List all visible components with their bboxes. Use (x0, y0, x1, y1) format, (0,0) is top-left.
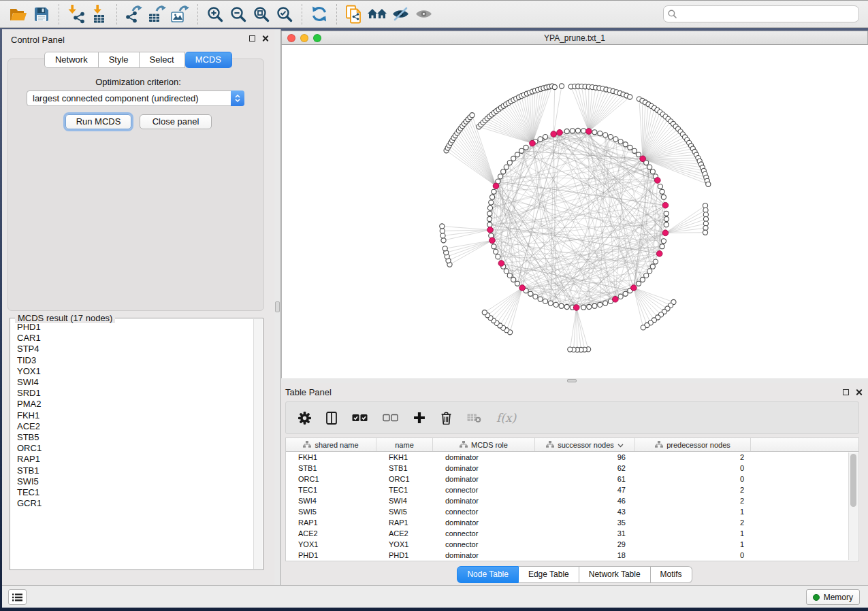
ring-node[interactable] (543, 135, 548, 139)
mcds-result-item[interactable]: STB1 (17, 465, 253, 476)
sort-chevron-down-icon[interactable] (617, 441, 624, 449)
task-history-button[interactable] (8, 589, 27, 605)
ring-node[interactable] (653, 259, 658, 264)
ring-node[interactable] (498, 174, 503, 179)
ring-node[interactable] (587, 304, 592, 309)
gear-icon[interactable] (298, 412, 311, 425)
ring-node[interactable] (628, 145, 632, 150)
satellite-node[interactable] (628, 95, 632, 99)
duplicate-network-icon[interactable] (342, 3, 366, 25)
mcds-hub-node[interactable] (557, 130, 563, 136)
hide-selected-icon[interactable] (389, 3, 412, 25)
first-neighbors-icon[interactable] (366, 3, 389, 25)
export-table-icon[interactable] (146, 3, 169, 25)
mcds-hub-node[interactable] (498, 261, 504, 267)
ring-node[interactable] (664, 211, 669, 216)
ring-node[interactable] (613, 137, 618, 142)
ring-node[interactable] (608, 135, 613, 139)
mcds-result-item[interactable]: PMA2 (17, 399, 253, 410)
search-field[interactable] (663, 5, 859, 22)
ring-node[interactable] (524, 145, 528, 150)
ring-node[interactable] (623, 291, 628, 296)
tab-network[interactable]: Network (44, 52, 99, 68)
network-window-titlebar[interactable]: YPA_prune.txt_1 (281, 31, 868, 45)
ring-node[interactable] (661, 239, 666, 244)
refresh-icon[interactable] (308, 3, 331, 25)
ring-node[interactable] (504, 165, 509, 169)
ring-node[interactable] (492, 189, 496, 194)
search-input[interactable] (680, 10, 854, 19)
table-row[interactable]: RAP1RAP1dominator352 (286, 517, 858, 528)
export-image-icon[interactable] (169, 3, 192, 25)
ring-node[interactable] (623, 142, 628, 147)
ring-node[interactable] (658, 184, 662, 189)
mcds-result-item[interactable]: TEC1 (17, 487, 253, 498)
column-header-predecessor-nodes[interactable]: predecessor nodes (635, 438, 751, 451)
deselect-all-icon[interactable] (383, 414, 398, 422)
satellite-node[interactable] (440, 233, 445, 238)
satellite-node[interactable] (559, 84, 564, 88)
ring-node[interactable] (650, 169, 655, 174)
export-network-icon[interactable] (123, 3, 146, 25)
ring-node[interactable] (640, 277, 645, 282)
ring-node[interactable] (592, 130, 597, 135)
ring-node[interactable] (548, 301, 553, 306)
float-panel-icon[interactable] (249, 35, 255, 42)
ring-node[interactable] (490, 195, 495, 199)
run-mcds-button[interactable]: Run MCDS (65, 114, 131, 129)
tab-edge-table[interactable]: Edge Table (519, 566, 579, 583)
satellite-node[interactable] (441, 238, 446, 243)
ring-node[interactable] (501, 169, 506, 174)
tab-motifs[interactable]: Motifs (651, 566, 692, 583)
table-row[interactable]: YOX1YOX1connector291 (286, 539, 858, 550)
column-header-MCDS-role[interactable]: MCDS role (433, 438, 535, 451)
ring-node[interactable] (496, 254, 500, 259)
mcds-hub-node[interactable] (613, 297, 619, 303)
ring-node[interactable] (603, 133, 608, 137)
table-row[interactable]: STB1STB1dominator620 (286, 463, 858, 474)
ring-node[interactable] (592, 303, 597, 308)
ring-node[interactable] (487, 205, 492, 210)
import-network-icon[interactable] (65, 3, 88, 25)
ring-node[interactable] (487, 211, 492, 216)
ring-node[interactable] (661, 195, 666, 199)
ring-node[interactable] (664, 216, 669, 221)
trash-icon[interactable] (440, 412, 452, 425)
ring-node[interactable] (515, 281, 519, 286)
mcds-hub-node[interactable] (551, 131, 557, 137)
network-graph[interactable] (282, 45, 867, 378)
ring-node[interactable] (647, 269, 652, 274)
select-all-icon[interactable] (352, 414, 368, 422)
show-all-icon[interactable] (412, 3, 435, 25)
satellite-node[interactable] (641, 325, 645, 330)
ring-node[interactable] (511, 277, 516, 282)
mcds-result-item[interactable]: SRD1 (17, 388, 253, 399)
mcds-result-item[interactable]: SWI4 (17, 377, 253, 388)
satellite-node[interactable] (552, 84, 557, 89)
column-header-successor-nodes[interactable]: successor nodes (535, 438, 635, 451)
table-row[interactable]: ACE2ACE2connector311 (286, 528, 858, 539)
table-row[interactable]: FKH1FKH1dominator962 (286, 452, 858, 463)
table-row[interactable]: TEC1TEC1connector472 (286, 484, 858, 495)
mcds-result-item[interactable]: YOX1 (17, 366, 253, 377)
tab-style[interactable]: Style (99, 52, 140, 68)
ring-node[interactable] (618, 294, 623, 299)
satellite-node[interactable] (706, 182, 711, 186)
float-table-panel-icon[interactable] (843, 389, 849, 395)
ring-node[interactable] (603, 301, 608, 306)
ring-node[interactable] (538, 297, 543, 301)
mcds-result-item[interactable]: FKH1 (17, 410, 253, 421)
mcds-hub-node[interactable] (662, 230, 669, 236)
close-panel-icon[interactable] (261, 35, 269, 42)
mcds-hub-node[interactable] (662, 202, 669, 208)
ring-node[interactable] (636, 281, 641, 286)
mcds-hub-node[interactable] (487, 227, 494, 233)
satellite-node[interactable] (482, 310, 487, 315)
vertical-splitter[interactable] (274, 29, 281, 585)
ring-node[interactable] (644, 273, 649, 278)
satellite-node[interactable] (443, 246, 447, 251)
mcds-result-item[interactable]: ACE2 (17, 421, 253, 432)
column-header-name[interactable]: name (376, 438, 433, 451)
ring-node[interactable] (564, 304, 569, 309)
mcds-result-item[interactable]: ORC1 (17, 443, 253, 454)
